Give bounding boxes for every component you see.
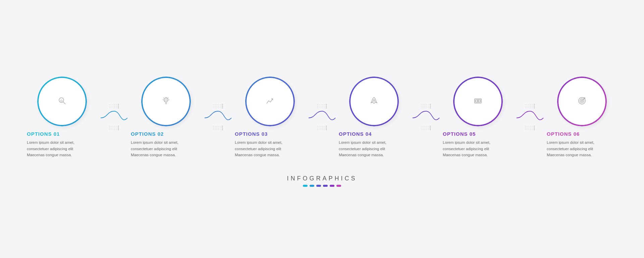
svg-marker-12 xyxy=(118,125,119,127)
svg-marker-30 xyxy=(222,107,223,109)
step-06: OPTIONS 06Lorem ipsum dolor sit amet,con… xyxy=(543,78,621,158)
circle-04 xyxy=(351,78,397,125)
step-text-02: Lorem ipsum dolor sit amet,consectetuer … xyxy=(127,139,178,158)
circle-area-02 xyxy=(127,78,205,125)
svg-marker-14 xyxy=(118,129,119,131)
svg-line-22 xyxy=(168,98,168,98)
circle-01 xyxy=(39,78,86,125)
trend-icon xyxy=(265,96,275,107)
step-text-04: Lorem ipsum dolor sit amet,consectetuer … xyxy=(335,139,386,158)
step-wrapper-02: OPTIONS 02Lorem ipsum dolor sit amet,con… xyxy=(127,78,231,158)
footer-dot-3 xyxy=(316,185,321,187)
svg-marker-34 xyxy=(222,125,223,127)
svg-line-1 xyxy=(63,102,65,104)
svg-marker-72 xyxy=(534,103,535,105)
svg-point-83 xyxy=(581,100,583,102)
step-wrapper-01: OPTIONS 01Lorem ipsum dolor sit amet,con… xyxy=(23,78,127,158)
svg-marker-6 xyxy=(118,103,119,105)
svg-marker-48 xyxy=(326,129,327,131)
bulb-icon xyxy=(161,96,171,107)
svg-marker-80 xyxy=(534,129,535,131)
circle-area-03 xyxy=(231,78,309,125)
svg-point-15 xyxy=(164,98,168,102)
footer-dot-5 xyxy=(330,185,334,187)
search-icon xyxy=(57,96,67,107)
circle-02 xyxy=(143,78,190,125)
step-text-01: Lorem ipsum dolor sit amet,consectetuer … xyxy=(23,139,74,158)
circle-area-06 xyxy=(543,78,621,125)
svg-point-82 xyxy=(580,99,584,103)
svg-point-0 xyxy=(59,98,64,102)
rocket-icon xyxy=(369,96,379,107)
svg-marker-29 xyxy=(222,105,223,107)
svg-marker-35 xyxy=(222,127,223,129)
svg-point-81 xyxy=(579,97,585,104)
connector-02 xyxy=(205,94,231,141)
svg-marker-8 xyxy=(118,107,119,109)
svg-marker-28 xyxy=(222,103,223,105)
circle-area-01 xyxy=(23,78,101,125)
connector-05 xyxy=(517,94,543,141)
svg-marker-54 xyxy=(430,105,431,107)
step-label-05: OPTIONS 05 xyxy=(439,131,476,137)
step-label-01: OPTIONS 01 xyxy=(23,131,60,137)
svg-rect-62 xyxy=(475,99,481,103)
step-02: OPTIONS 02Lorem ipsum dolor sit amet,con… xyxy=(127,78,205,158)
footer-dots xyxy=(303,185,341,187)
svg-marker-53 xyxy=(430,103,431,105)
circle-06 xyxy=(558,78,605,125)
step-wrapper-06: OPTIONS 06Lorem ipsum dolor sit amet,con… xyxy=(543,78,621,158)
svg-line-21 xyxy=(163,98,164,98)
svg-marker-79 xyxy=(534,127,535,129)
target-icon xyxy=(577,96,587,107)
circle-05 xyxy=(454,78,501,125)
svg-marker-47 xyxy=(326,127,327,129)
svg-marker-7 xyxy=(118,105,119,107)
svg-line-84 xyxy=(583,98,585,100)
circle-area-04 xyxy=(335,78,413,125)
connector-04 xyxy=(413,94,439,141)
svg-marker-46 xyxy=(326,125,327,127)
footer: INFOGRAPHICS xyxy=(287,175,357,187)
step-text-05: Lorem ipsum dolor sit amet,consectetuer … xyxy=(439,139,490,158)
step-wrapper-03: OPTIONS 03Lorem ipsum dolor sit amet,con… xyxy=(231,78,335,158)
svg-marker-40 xyxy=(326,103,327,105)
svg-marker-42 xyxy=(326,107,327,109)
step-label-04: OPTIONS 04 xyxy=(335,131,372,137)
step-text-06: Lorem ipsum dolor sit amet,consectetuer … xyxy=(543,139,594,158)
svg-point-2 xyxy=(61,100,62,102)
footer-dot-4 xyxy=(323,185,328,187)
footer-dot-6 xyxy=(336,185,341,187)
step-05: OPTIONS 05Lorem ipsum dolor sit amet,con… xyxy=(439,78,517,158)
svg-marker-59 xyxy=(430,125,431,127)
svg-point-64 xyxy=(477,100,479,102)
connector-03 xyxy=(309,94,335,141)
step-03: OPTIONS 03Lorem ipsum dolor sit amet,con… xyxy=(231,78,309,158)
svg-marker-36 xyxy=(222,129,223,131)
svg-point-24 xyxy=(165,99,167,101)
circle-03 xyxy=(247,78,293,125)
infographic-container: OPTIONS 01Lorem ipsum dolor sit amet,con… xyxy=(3,71,641,165)
step-label-02: OPTIONS 02 xyxy=(127,131,164,137)
footer-dot-1 xyxy=(303,185,308,187)
footer-dot-2 xyxy=(310,185,314,187)
svg-marker-13 xyxy=(118,127,119,129)
step-01: OPTIONS 01Lorem ipsum dolor sit amet,con… xyxy=(23,78,101,158)
step-04: OPTIONS 04Lorem ipsum dolor sit amet,con… xyxy=(335,78,413,158)
step-label-06: OPTIONS 06 xyxy=(543,131,580,137)
svg-marker-73 xyxy=(534,105,535,107)
svg-marker-55 xyxy=(430,107,431,109)
connector-01 xyxy=(101,94,127,141)
svg-marker-41 xyxy=(326,105,327,107)
step-wrapper-04: OPTIONS 04Lorem ipsum dolor sit amet,con… xyxy=(335,78,439,158)
svg-marker-60 xyxy=(430,127,431,129)
svg-marker-61 xyxy=(430,129,431,131)
step-wrapper-05: OPTIONS 05Lorem ipsum dolor sit amet,con… xyxy=(439,78,543,158)
svg-marker-74 xyxy=(534,107,535,109)
step-text-03: Lorem ipsum dolor sit amet,consectetuer … xyxy=(231,139,282,158)
money-icon xyxy=(473,96,483,107)
step-label-03: OPTIONS 03 xyxy=(231,131,268,137)
footer-title: INFOGRAPHICS xyxy=(287,175,357,182)
svg-rect-63 xyxy=(476,100,480,102)
svg-marker-78 xyxy=(534,125,535,127)
